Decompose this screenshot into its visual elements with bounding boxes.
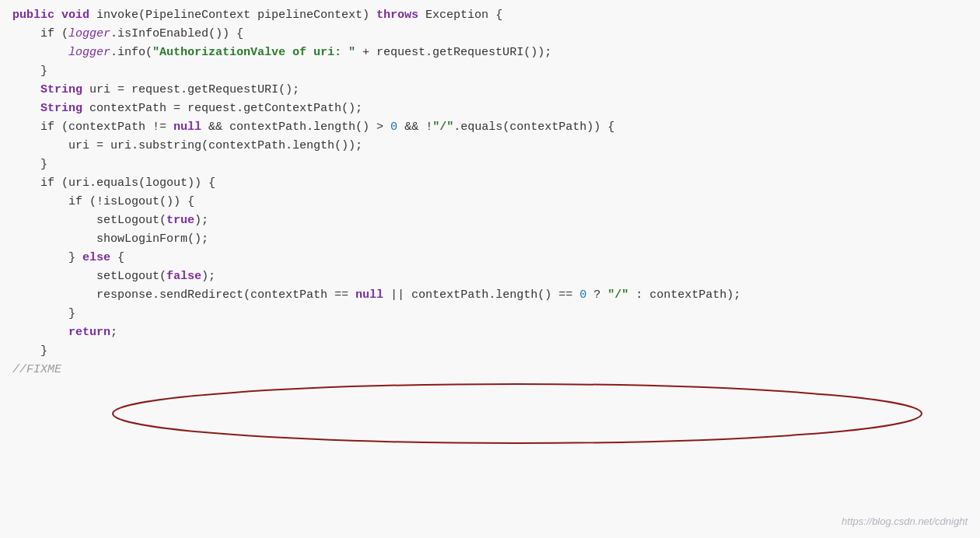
code-token: return: [68, 323, 110, 342]
code-token: "/": [607, 286, 628, 305]
code-line: String uri = request.getRequestURI();: [0, 81, 980, 100]
code-token: String: [40, 81, 82, 100]
code-line: showLoginForm();: [0, 230, 980, 249]
code-token: + request.getRequestURI());: [355, 44, 551, 62]
code-line: } else {: [0, 249, 980, 267]
code-token: setLogout(: [96, 211, 166, 230]
code-token: String: [40, 100, 82, 118]
code-line: }: [0, 155, 980, 174]
code-token: && contextPath.length() >: [201, 118, 390, 137]
code-token: }: [68, 305, 75, 323]
code-token: if (!isLogout()) {: [68, 193, 194, 211]
code-token: throws: [376, 6, 418, 25]
code-token: && !: [397, 118, 432, 137]
code-token: 0: [579, 286, 586, 305]
code-line: uri = uri.substring(contextPath.length()…: [0, 137, 980, 155]
code-token: true: [166, 211, 194, 230]
code-line: if (!isLogout()) {: [0, 193, 980, 211]
code-token: logger: [68, 25, 110, 44]
code-token: uri = request.getRequestURI();: [82, 81, 299, 100]
code-line: }: [0, 342, 980, 361]
code-token: invoke(PipelineContext pipelineContext): [96, 6, 376, 25]
code-token: //FIXME: [12, 361, 61, 379]
code-token: public: [12, 6, 61, 25]
code-line: return;: [0, 323, 980, 342]
code-container: public void invoke(PipelineContext pipel…: [0, 0, 980, 538]
code-token: }: [40, 62, 47, 81]
code-token: );: [201, 267, 215, 286]
code-token: void: [61, 6, 96, 25]
code-token: response.sendRedirect(contextPath ==: [96, 286, 355, 305]
code-token: showLoginForm();: [96, 230, 208, 249]
code-token: 0: [390, 118, 397, 137]
code-token: .equals(contextPath)) {: [453, 118, 614, 137]
code-token: "/": [432, 118, 453, 137]
code-token: logger: [68, 44, 110, 62]
code-token: if (contextPath !=: [40, 118, 173, 137]
code-line: //FIXME: [0, 361, 980, 379]
code-token: || contextPath.length() ==: [383, 286, 579, 305]
code-token: );: [194, 211, 208, 230]
code-line: }: [0, 305, 980, 323]
code-token: ?: [586, 286, 607, 305]
watermark: https://blog.csdn.net/cdnight: [842, 514, 968, 530]
code-token: if (uri.equals(logout)) {: [40, 174, 215, 193]
code-line: }: [0, 62, 980, 81]
code-token: .info(: [110, 44, 152, 62]
code-token: setLogout(: [96, 267, 166, 286]
code-token: "AuthorizationValve of uri: ": [152, 44, 355, 62]
code-line: setLogout(true);: [0, 211, 980, 230]
code-line: public void invoke(PipelineContext pipel…: [0, 6, 980, 25]
code-token: ;: [110, 323, 117, 342]
code-line: if (uri.equals(logout)) {: [0, 174, 980, 193]
code-token: null: [173, 118, 201, 137]
code-token: }: [40, 342, 47, 361]
code-token: uri = uri.substring(contextPath.length()…: [68, 137, 362, 155]
code-token: false: [166, 267, 201, 286]
code-token: }: [40, 155, 47, 174]
code-line: setLogout(false);: [0, 267, 980, 286]
code-token: {: [110, 249, 124, 267]
code-token: else: [82, 249, 110, 267]
code-token: }: [68, 249, 82, 267]
code-token: contextPath = request.getContextPath();: [82, 100, 362, 118]
code-token: null: [355, 286, 383, 305]
code-token: if (: [40, 25, 68, 44]
code-line: if (contextPath != null && contextPath.l…: [0, 118, 980, 137]
code-token: Exception {: [418, 6, 502, 25]
code-line: logger.info("AuthorizationValve of uri: …: [0, 44, 980, 62]
code-line: if (logger.isInfoEnabled()) {: [0, 25, 980, 44]
code-token: .isInfoEnabled()) {: [110, 25, 243, 44]
code-line: String contextPath = request.getContextP…: [0, 100, 980, 118]
code-token: : contextPath);: [628, 286, 740, 305]
code-line: response.sendRedirect(contextPath == nul…: [0, 286, 980, 305]
